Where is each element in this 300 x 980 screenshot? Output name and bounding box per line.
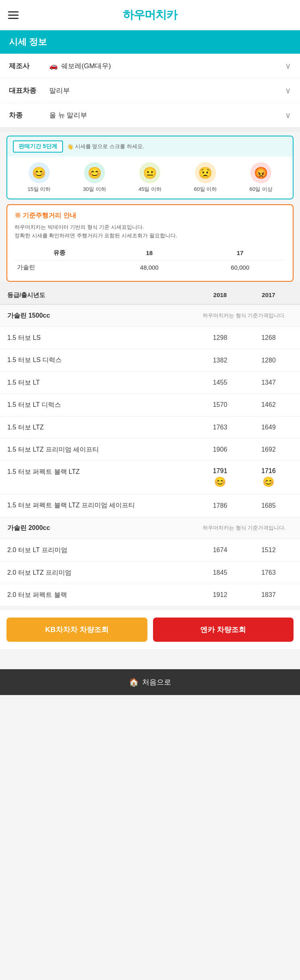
sales-period-emojis: 😊 15일 이하 😊 30일 이하 😐 45일 이하 😟 60일 이하 😡 60… <box>7 157 293 199</box>
period-emoji-45: 😐 <box>139 162 160 183</box>
info-table-header-fuel: 유종 <box>15 246 104 260</box>
price-2017: 1685 <box>244 502 293 509</box>
car-name: 1.5 터보 퍼펙트 블랙 LTZ 프리미엄 세이프티 <box>7 501 196 510</box>
info-box: ※ 기준주행거리 안내 하우머치카는 빅데이터 기반의 형식 기준 시세표입니다… <box>6 204 294 282</box>
header: 하우머치카 <box>0 0 300 30</box>
app-title: 하우머치카 <box>123 7 177 23</box>
table-row: 2.0 터보 LT 프리미엄 1674 1512 <box>0 539 300 561</box>
smiley-icon: 😊 <box>214 476 226 488</box>
car-name: 가솔린 1500cc <box>7 311 196 320</box>
price-with-emoji-2017: 1716 😊 <box>244 467 293 488</box>
info-table-header-17: 17 <box>195 246 285 260</box>
period-item-15: 😊 15일 이하 <box>27 162 50 193</box>
car-type-label: 대표차종 <box>9 86 49 95</box>
period-label-over60: 60일 이상 <box>250 186 273 193</box>
table-row: 1.5 터보 LTZ 프리미엄 세이프티 1906 1692 <box>0 439 300 461</box>
car-name: 1.5 터보 LS <box>7 333 196 342</box>
period-emoji-60: 😟 <box>195 162 216 183</box>
car-type-row[interactable]: 대표차종 말리부 ∨ <box>0 78 300 103</box>
manufacturer-chevron-icon: ∨ <box>285 61 291 71</box>
col-2018-header: 2018 <box>196 291 244 299</box>
table-row: 2.0 터보 LTZ 프리미엄 1845 1763 <box>0 562 300 584</box>
price-2018: 1763 <box>196 424 244 431</box>
price-2018: 1786 <box>196 502 244 509</box>
car-name: 1.5 터보 LTZ 프리미엄 세이프티 <box>7 445 196 454</box>
info-box-title: ※ 기준주행거리 안내 <box>15 211 285 220</box>
info-table-col1: 48,000 <box>104 260 195 274</box>
period-item-over60: 😡 60일 이상 <box>250 162 273 193</box>
price-2018: 1455 <box>196 379 244 386</box>
table-row: 2.0 터보 퍼펙트 블랙 1912 1837 <box>0 584 300 606</box>
period-label-45: 45일 이하 <box>138 186 162 193</box>
smiley-icon: 😊 <box>262 476 275 488</box>
period-label-60: 60일 이하 <box>194 186 217 193</box>
encar-button[interactable]: 엔카 차량조회 <box>153 618 294 642</box>
period-emoji-over60: 😡 <box>250 162 271 183</box>
price-2017: 1692 <box>244 446 293 453</box>
car-model-label: 차종 <box>9 111 49 120</box>
hand-icon: 👋 <box>67 144 73 150</box>
car-model-value: 올 뉴 말리부 <box>49 111 285 120</box>
price-2017: 1763 <box>244 569 293 576</box>
table-row: 가솔린 1500cc 하우머치카는 형식 기준가격입니다. <box>0 305 300 327</box>
period-item-30: 😊 30일 이하 <box>83 162 106 193</box>
car-type-value: 말리부 <box>49 86 285 95</box>
manufacturer-label: 제조사 <box>9 61 49 71</box>
category-notice: 하우머치카는 형식 기준가격입니다. <box>196 524 293 532</box>
data-table-header: 등급/출시년도 2018 2017 <box>0 287 300 305</box>
manufacturer-row[interactable]: 제조사 🚗 쉐보레(GM대우) ∨ <box>0 54 300 78</box>
period-emoji-15: 😊 <box>29 162 50 183</box>
manufacturer-icon: 🚗 <box>49 62 58 70</box>
footer[interactable]: 🏠 처음으로 <box>0 669 300 695</box>
kb-button[interactable]: KB차차차 차량조회 <box>6 618 147 642</box>
car-name: 2.0 터보 LTZ 프리미엄 <box>7 568 196 577</box>
data-table: 등급/출시년도 2018 2017 가솔린 1500cc 하우머치카는 형식 기… <box>0 287 300 607</box>
info-table-row: 가솔린 48,000 60,000 <box>15 260 285 274</box>
car-name: 1.5 터보 퍼펙트 블랙 LTZ <box>7 467 196 476</box>
car-name: 2.0 터보 퍼펙트 블랙 <box>7 591 196 599</box>
car-name: 1.5 터보 LT <box>7 378 196 387</box>
price-2017: 1649 <box>244 424 293 431</box>
price-2017: 1512 <box>244 547 293 554</box>
period-item-60: 😟 60일 이하 <box>194 162 217 193</box>
action-buttons: KB차차차 차량조회 엔카 차량조회 <box>0 610 300 649</box>
info-table-fuel: 가솔린 <box>15 260 104 274</box>
car-model-chevron-icon: ∨ <box>285 110 291 120</box>
info-box-desc: 하우머치카는 빅데이터 기반의 형식 기준 시세표입니다. 정확한 시세를 확인… <box>15 223 285 240</box>
col-2017-header: 2017 <box>244 291 293 299</box>
price-2017: 1280 <box>244 357 293 364</box>
table-row: 1.5 터보 퍼펙트 블랙 LTZ 1791 😊 1716 😊 <box>0 461 300 494</box>
price-with-emoji-2018: 1791 😊 <box>196 467 244 488</box>
price-2017: 1837 <box>244 591 293 599</box>
price-2018: 1791 <box>213 467 227 475</box>
period-emoji-30: 😊 <box>84 162 105 183</box>
price-2018: 1382 <box>196 357 244 364</box>
price-2018: 1906 <box>196 446 244 453</box>
table-row: 1.5 터보 LT 1455 1347 <box>0 372 300 394</box>
car-name: 가솔린 2000cc <box>7 524 196 532</box>
table-row: 1.5 터보 LS 1298 1268 <box>0 327 300 349</box>
info-table: 유종 18 17 가솔린 48,000 60,000 <box>15 246 285 274</box>
price-2017: 1462 <box>244 401 293 408</box>
price-2017: 1268 <box>244 334 293 341</box>
price-2018: 1570 <box>196 401 244 408</box>
table-row: 1.5 터보 LT 디럭스 1570 1462 <box>0 394 300 416</box>
table-row: 1.5 터보 LTZ 1763 1649 <box>0 417 300 439</box>
car-name: 2.0 터보 LT 프리미엄 <box>7 546 196 555</box>
sales-period-label: 판매기간 5단계 <box>13 140 63 153</box>
period-label-15: 15일 이하 <box>27 186 50 193</box>
price-2017: 1347 <box>244 379 293 386</box>
period-item-45: 😐 45일 이하 <box>138 162 162 193</box>
car-name: 1.5 터보 LS 디럭스 <box>7 356 196 364</box>
price-2017: 1716 <box>261 467 276 475</box>
section-header: 시세 정보 <box>0 30 300 54</box>
footer-label: 처음으로 <box>142 677 171 687</box>
price-2018: 1298 <box>196 334 244 341</box>
info-table-col2: 60,000 <box>195 260 285 274</box>
menu-button[interactable] <box>8 11 19 19</box>
car-name: 1.5 터보 LTZ <box>7 423 196 432</box>
col-name-header: 등급/출시년도 <box>7 291 196 299</box>
car-model-row[interactable]: 차종 올 뉴 말리부 ∨ <box>0 103 300 128</box>
car-name: 1.5 터보 LT 디럭스 <box>7 400 196 409</box>
home-icon: 🏠 <box>129 677 139 687</box>
